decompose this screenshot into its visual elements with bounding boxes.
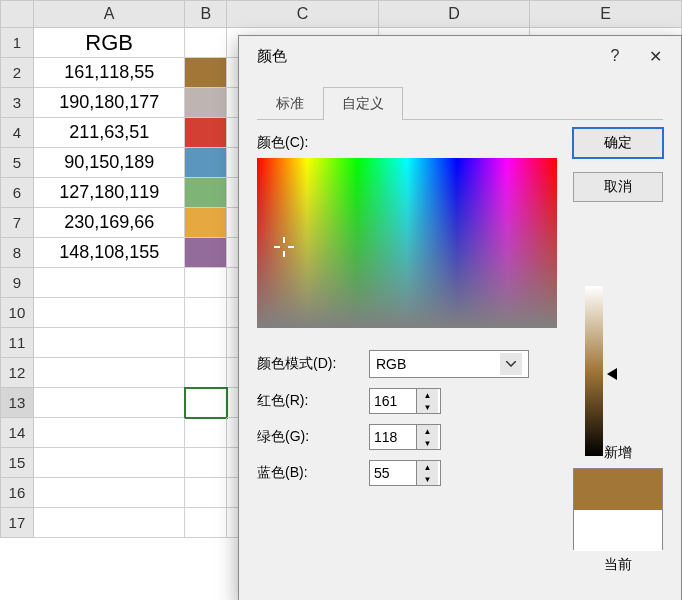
tab-standard[interactable]: 标准 [257, 87, 323, 120]
chevron-down-icon [500, 353, 522, 375]
current-label: 当前 [573, 556, 663, 574]
row-header[interactable]: 8 [0, 238, 34, 268]
cell[interactable]: 230,169,66 [34, 208, 186, 238]
cell[interactable]: RGB [34, 28, 186, 58]
row-header[interactable]: 4 [0, 118, 34, 148]
row-header[interactable]: 14 [0, 418, 34, 448]
red-label: 红色(R): [257, 392, 357, 410]
row-header[interactable]: 1 [0, 28, 34, 58]
green-spinner[interactable]: ▲ ▼ [369, 424, 441, 450]
cell[interactable] [34, 298, 186, 328]
color-mode-select[interactable]: RGB [369, 350, 529, 378]
cell[interactable] [185, 298, 227, 328]
cell[interactable]: 148,108,155 [34, 238, 186, 268]
current-color-swatch [574, 510, 662, 551]
row-header[interactable]: 6 [0, 178, 34, 208]
tab-custom[interactable]: 自定义 [323, 87, 403, 120]
dialog-tabs: 标准 自定义 [257, 86, 663, 120]
cell[interactable] [185, 28, 227, 58]
cell[interactable] [185, 178, 227, 208]
blue-label: 蓝色(B): [257, 464, 357, 482]
cell[interactable] [185, 268, 227, 298]
cell[interactable] [34, 478, 186, 508]
row-header[interactable]: 16 [0, 478, 34, 508]
cell[interactable] [185, 418, 227, 448]
cell[interactable] [34, 358, 186, 388]
row-header[interactable]: 9 [0, 268, 34, 298]
row-header[interactable]: 5 [0, 148, 34, 178]
cell[interactable] [185, 148, 227, 178]
cell[interactable] [185, 238, 227, 268]
color-picker-field[interactable] [257, 158, 557, 328]
cell[interactable] [185, 58, 227, 88]
luminance-arrow-icon[interactable] [607, 368, 617, 380]
cell[interactable] [34, 508, 186, 538]
row-header[interactable]: 3 [0, 88, 34, 118]
red-spinner[interactable]: ▲ ▼ [369, 388, 441, 414]
cell[interactable] [34, 448, 186, 478]
row-header[interactable]: 15 [0, 448, 34, 478]
row-header[interactable]: 7 [0, 208, 34, 238]
cell[interactable]: 90,150,189 [34, 148, 186, 178]
cell[interactable]: 127,180,119 [34, 178, 186, 208]
cell[interactable] [34, 418, 186, 448]
col-header-c[interactable]: C [227, 0, 379, 28]
color-preview: 新增 当前 [573, 444, 663, 574]
col-header-b[interactable]: B [185, 0, 227, 28]
row-header[interactable]: 13 [0, 388, 34, 418]
col-header-e[interactable]: E [530, 0, 682, 28]
blue-input[interactable] [370, 461, 416, 485]
green-down-button[interactable]: ▼ [416, 437, 438, 449]
select-all-corner[interactable] [0, 0, 34, 28]
cell[interactable]: 161,118,55 [34, 58, 186, 88]
cell[interactable] [34, 328, 186, 358]
blue-up-button[interactable]: ▲ [416, 461, 438, 473]
green-up-button[interactable]: ▲ [416, 425, 438, 437]
color-dialog: 颜色 ? ✕ 确定 取消 标准 自定义 颜色(C): 颜色模式(D): RGB [238, 35, 682, 600]
row-header[interactable]: 2 [0, 58, 34, 88]
crosshair-icon [277, 240, 291, 254]
blue-spinner[interactable]: ▲ ▼ [369, 460, 441, 486]
col-header-a[interactable]: A [34, 0, 186, 28]
green-label: 绿色(G): [257, 428, 357, 446]
dialog-titlebar[interactable]: 颜色 ? ✕ [239, 36, 681, 76]
cell[interactable]: 190,180,177 [34, 88, 186, 118]
red-up-button[interactable]: ▲ [416, 389, 438, 401]
cell[interactable] [185, 328, 227, 358]
luminance-slider[interactable] [585, 286, 603, 456]
close-button[interactable]: ✕ [635, 40, 675, 72]
color-mode-value: RGB [376, 356, 406, 372]
cell[interactable] [34, 388, 186, 418]
column-headers: A B C D E [0, 0, 682, 28]
help-button[interactable]: ? [595, 40, 635, 72]
new-color-swatch [574, 469, 662, 510]
row-header[interactable]: 10 [0, 298, 34, 328]
cell[interactable] [185, 208, 227, 238]
red-input[interactable] [370, 389, 416, 413]
cell[interactable] [185, 388, 227, 418]
cell[interactable] [34, 268, 186, 298]
row-header[interactable]: 17 [0, 508, 34, 538]
mode-label: 颜色模式(D): [257, 355, 357, 373]
dialog-title: 颜色 [257, 47, 595, 66]
blue-down-button[interactable]: ▼ [416, 473, 438, 485]
new-label: 新增 [573, 444, 663, 462]
cell[interactable] [185, 448, 227, 478]
cell[interactable] [185, 508, 227, 538]
cell[interactable] [185, 118, 227, 148]
cell[interactable] [185, 478, 227, 508]
row-header[interactable]: 12 [0, 358, 34, 388]
cell[interactable]: 211,63,51 [34, 118, 186, 148]
cell[interactable] [185, 358, 227, 388]
red-down-button[interactable]: ▼ [416, 401, 438, 413]
col-header-d[interactable]: D [379, 0, 531, 28]
ok-button[interactable]: 确定 [573, 128, 663, 158]
row-header[interactable]: 11 [0, 328, 34, 358]
green-input[interactable] [370, 425, 416, 449]
cell[interactable] [185, 88, 227, 118]
